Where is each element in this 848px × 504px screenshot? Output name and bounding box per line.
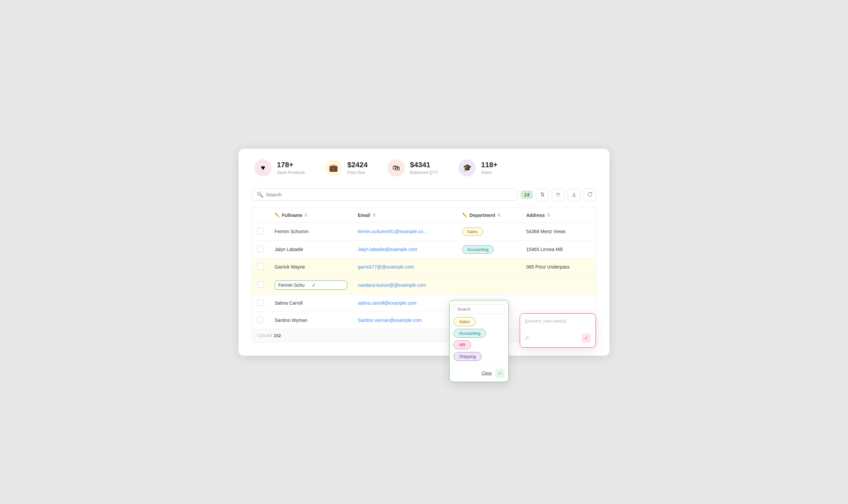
past-due-value: $2424 <box>348 161 368 169</box>
row1-checkbox-cell[interactable] <box>252 222 269 240</box>
download-button[interactable] <box>568 188 580 201</box>
table-row: Fermin Schu ✓ candace.kunze@@example.com <box>252 275 596 294</box>
dropdown-footer: Clear ✓ <box>454 365 505 378</box>
dropdown-clear-button[interactable]: Clear <box>482 371 492 376</box>
fullname-sort-icon[interactable]: ⇅ <box>304 213 307 218</box>
balanced-qty-label: Balanced QTY. <box>410 170 439 175</box>
save-products-icon: ♥ <box>254 159 272 177</box>
stat-balanced-qty: 🛍 $4341 Balanced QTY. <box>388 159 439 177</box>
row6-email: Santino.wyman@example.com <box>352 312 457 329</box>
dropdown-option-sales[interactable]: Sales <box>454 317 476 326</box>
th-address-label: Address <box>526 213 545 218</box>
dept-sort-icon[interactable]: ⇅ <box>497 213 500 218</box>
row1-checkbox[interactable] <box>258 228 264 234</box>
address-edit-placeholder: {{current_user.name}} <box>525 318 591 324</box>
expand-icon[interactable]: ⤢ <box>525 335 529 341</box>
address-confirm-button[interactable]: ✓ <box>582 334 591 343</box>
dropdown-option-shipping[interactable]: Shipping <box>454 352 482 361</box>
row2-department: Accounting <box>457 240 521 258</box>
dropdown-options: Sales Accounting HR Shipping <box>454 317 505 361</box>
row5-checkbox-cell[interactable] <box>252 294 269 312</box>
row6-checkbox[interactable] <box>258 317 264 323</box>
address-popup-footer: ⤢ ✓ <box>525 334 591 343</box>
row2-fullname: Jalyn Labadie <box>269 240 352 258</box>
balanced-qty-icon: 🛍 <box>388 159 405 177</box>
row3-email-link[interactable]: garrick77@@example.com <box>358 264 414 270</box>
stats-row: ♥ 178+ Save Products 💼 $2424 Past Due 🛍 … <box>252 159 596 177</box>
save-products-value: 178+ <box>277 161 305 169</box>
row3-fullname: Garrick Wayne <box>269 258 352 275</box>
th-department-label: Department <box>470 213 495 218</box>
row1-dept-badge[interactable]: Sales <box>462 228 483 236</box>
sales-icon: 🎓 <box>458 159 476 177</box>
th-fullname: ✏️ Fullname ⇅ <box>269 208 352 223</box>
th-checkbox <box>252 208 269 223</box>
row5-email: salma.carroll@example.com <box>352 294 457 312</box>
save-products-label: Save Products <box>277 170 305 175</box>
stat-save-products: ♥ 178+ Save Products <box>254 159 305 177</box>
search-icon: 🔍 <box>257 192 263 198</box>
address-edit-popup: {{current_user.name}} ⤢ ✓ <box>520 313 596 348</box>
department-dropdown: Sales Accounting HR Shipping Clear ✓ <box>449 300 509 382</box>
inline-edit-confirm-icon[interactable]: ✓ <box>312 283 344 288</box>
th-department: ✏️ Department ⇅ <box>457 208 521 223</box>
inline-edit-value: Fermin Schu <box>278 283 310 288</box>
filter-button[interactable] <box>552 188 564 201</box>
table-row: Fermin Schumm fermin.schumm51@example.co… <box>252 222 596 240</box>
th-address: Address ⇅ <box>521 208 596 223</box>
row6-email-link[interactable]: Santino.wyman@example.com <box>358 318 422 323</box>
row2-email-link[interactable]: Jalyn.labadie@example.com <box>358 247 417 252</box>
address-sort-icon[interactable]: ⇅ <box>547 213 550 218</box>
dropdown-option-hr[interactable]: HR <box>454 340 471 349</box>
row5-checkbox[interactable] <box>258 299 264 306</box>
row4-department <box>457 275 521 294</box>
row1-address: 54368 Mertz Views <box>521 222 596 240</box>
row5-email-link[interactable]: salma.carroll@example.com <box>358 300 417 306</box>
row2-checkbox-cell[interactable] <box>252 240 269 258</box>
row6-checkbox-cell[interactable] <box>252 312 269 329</box>
row4-fullname-cell[interactable]: Fermin Schu ✓ <box>269 275 352 294</box>
search-input[interactable] <box>266 192 512 197</box>
count-label: COUNT 232 <box>258 333 281 338</box>
row5-fullname: Salma Carroll <box>269 294 352 312</box>
row2-email: Jalyn.labadie@example.com <box>352 240 457 258</box>
row2-address: 15465 Linnea Mill <box>521 240 596 258</box>
row4-address <box>521 275 596 294</box>
balanced-qty-value: $4341 <box>410 161 439 169</box>
row6-fullname: Santino Wyman <box>269 312 352 329</box>
row3-address: 065 Price Underpass <box>521 258 596 275</box>
row1-email: fermin.schumm51@example.co... <box>352 222 457 240</box>
table-row: Jalyn Labadie Jalyn.labadie@example.com … <box>252 240 596 258</box>
row4-checkbox-cell[interactable] <box>252 275 269 294</box>
search-input-wrap[interactable]: 🔍 <box>252 188 517 201</box>
dropdown-search-input[interactable] <box>454 304 505 314</box>
row1-department: Sales <box>457 222 521 240</box>
dropdown-confirm-button[interactable]: ✓ <box>495 368 505 378</box>
inline-edit-fullname[interactable]: Fermin Schu ✓ <box>275 281 347 290</box>
sort-button[interactable]: ⇅ <box>536 188 549 201</box>
table-row: Salma Carroll salma.carroll@example.com <box>252 294 596 312</box>
past-due-label: Past Due <box>348 170 368 175</box>
row1-email-link[interactable]: fermin.schumm51@example.co... <box>358 229 427 234</box>
sales-label: Sales <box>481 170 497 175</box>
row4-checkbox[interactable] <box>258 281 264 288</box>
fullname-edit-icon: ✏️ <box>275 213 280 218</box>
result-count-badge: 14 <box>521 191 533 199</box>
dept-edit-icon: ✏️ <box>462 213 467 218</box>
dropdown-option-accounting[interactable]: Accounting <box>454 329 486 338</box>
row2-checkbox[interactable] <box>258 246 264 252</box>
row5-address <box>521 294 596 312</box>
row4-email-link[interactable]: candace.kunze@@example.com <box>358 283 426 288</box>
row3-checkbox[interactable] <box>258 263 264 270</box>
refresh-button[interactable] <box>584 188 596 201</box>
row3-checkbox-cell[interactable] <box>252 258 269 275</box>
email-sort-icon[interactable]: ⇅ <box>372 213 376 218</box>
stat-sales: 🎓 118+ Sales <box>458 159 497 177</box>
search-bar-row: 🔍 14 ⇅ <box>252 188 596 201</box>
row2-dept-badge[interactable]: Accounting <box>462 245 493 254</box>
past-due-icon: 💼 <box>325 159 342 177</box>
th-fullname-label: Fullname <box>282 213 302 218</box>
main-card: ♥ 178+ Save Products 💼 $2424 Past Due 🛍 … <box>238 149 610 356</box>
data-table: ✏️ Fullname ⇅ Email ⇅ ✏️ <box>252 208 596 342</box>
row4-email: candace.kunze@@example.com <box>352 275 457 294</box>
